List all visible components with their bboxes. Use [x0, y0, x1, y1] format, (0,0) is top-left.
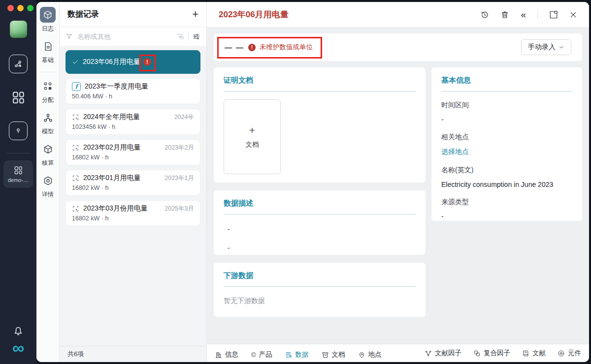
layers-icon [473, 350, 481, 357]
field-label: 来源类型 [441, 198, 572, 207]
check-icon [72, 59, 79, 65]
search-input[interactable] [76, 32, 173, 41]
detail-content: — — ! 未维护数值或单位 手动录入 [207, 28, 589, 344]
tab-locations[interactable]: 地点 [358, 344, 382, 362]
documents-card: 证明文档 + 文档 [214, 67, 426, 182]
tab-info[interactable]: 信息 [215, 344, 238, 362]
tab-product[interactable]: © 产品 [251, 344, 272, 362]
plus-icon: + [249, 125, 255, 135]
branch-icon [425, 350, 432, 357]
tool-composite-factor[interactable]: 复合因子 [473, 349, 510, 358]
record-title: 2023年01月用电量 [83, 174, 141, 182]
book-icon [522, 350, 529, 357]
tool-label: 复合因子 [484, 349, 510, 358]
record-title: 2023年03月份用电量 [83, 204, 148, 213]
window-zoom-button[interactable] [27, 5, 33, 11]
share-network-icon[interactable] [9, 55, 28, 73]
warning-message: 未维护数值或单位 [260, 43, 313, 52]
record-warning-icon: ! [143, 58, 151, 66]
list-item-selected[interactable]: 2023年06月用电量 ! [66, 50, 200, 74]
record-value: 16802 kW · h [72, 154, 194, 161]
nav-rail: 日志 基础 分配 模型 核算 [36, 2, 60, 362]
close-panel-button[interactable] [569, 11, 577, 19]
list-item[interactable]: 2023年02月用电量 2023年2月 16802 kW · h [66, 139, 200, 165]
workspace-avatar[interactable] [10, 21, 27, 38]
record-value: 16802 kW · h [72, 184, 194, 191]
data-records-panel: 数据记录 + 2023年06月用电量 ! [60, 2, 207, 362]
rail-divider [40, 72, 55, 72]
window-close-button[interactable] [7, 5, 14, 11]
warning-exclamation-icon: ! [248, 44, 256, 51]
rail-item-accounting[interactable]: 核算 [40, 141, 56, 167]
select-location-link[interactable]: 选择地点 [441, 148, 572, 156]
delete-button[interactable] [500, 10, 509, 19]
list-item[interactable]: 2024年全年用电量 2024年 1023456 kW · h [66, 109, 200, 135]
hexagon-detail-icon [40, 173, 56, 188]
scan-target-icon [72, 144, 79, 152]
rail-label: 日志 [42, 25, 54, 33]
open-in-new-window-button[interactable] [549, 10, 558, 19]
field-value: - [441, 212, 572, 220]
rail-item-allocation[interactable]: 分配 [40, 78, 56, 104]
documents-card-title: 证明文档 [224, 76, 416, 91]
detail-header: 2023年06月用电量 « [207, 2, 589, 28]
infinity-logo[interactable]: ∞ [12, 339, 24, 356]
rail-item-model[interactable]: 模型 [40, 110, 56, 136]
list-panel-title: 数据记录 [67, 9, 99, 20]
manual-entry-label: 手动录入 [528, 43, 556, 52]
record-value: 1023456 kW · h [72, 123, 194, 130]
description-line: - [224, 244, 416, 252]
apps-grid-icon[interactable] [11, 90, 26, 105]
app-window: 日志 基础 分配 模型 核算 [36, 2, 589, 362]
page-title: 2023年06月用电量 [219, 9, 289, 20]
record-value: 50.406 MW · h [72, 93, 194, 100]
tab-data[interactable]: 数据 [285, 344, 309, 362]
tool-literature[interactable]: 文献 [522, 349, 546, 358]
collapse-panel-button[interactable]: « [521, 10, 526, 19]
search-row [60, 27, 206, 46]
filter-settings-icon[interactable] [192, 32, 200, 41]
sidebar-divider [7, 153, 30, 153]
tab-label: 数据 [296, 350, 309, 359]
sidebar-item-workspace-demo[interactable]: demo-… [3, 160, 33, 188]
value-warning-card: — — ! 未维护数值或单位 手动录入 [214, 33, 582, 61]
tool-elements[interactable]: 元件 [558, 349, 581, 358]
cube-icon [40, 7, 56, 23]
record-value: 16802 kW · h [72, 215, 194, 222]
detail-toolbar: « [480, 10, 577, 19]
filter-reset-icon[interactable] [176, 32, 185, 41]
rail-label: 分配 [42, 96, 54, 104]
rail-item-logs[interactable]: 日志 [40, 7, 56, 33]
scan-target-icon [72, 175, 79, 182]
record-period: 2024年 [174, 113, 194, 121]
rail-item-details[interactable]: 详情 [40, 173, 56, 199]
window-controls [7, 5, 33, 11]
record-period: 2025年3月 [164, 205, 194, 213]
notifications-bell-icon[interactable] [12, 325, 24, 336]
toolbar-divider [537, 10, 538, 19]
rail-label: 基础 [42, 56, 54, 64]
workspace-label: demo-… [8, 177, 29, 183]
tab-label: 地点 [368, 350, 382, 359]
history-button[interactable] [480, 10, 489, 19]
tab-documents[interactable]: 文档 [322, 344, 345, 362]
field-label: 时间区间 [441, 101, 572, 110]
tool-label: 文献 [532, 349, 546, 358]
tool-literature-factor[interactable]: 文献因子 [425, 349, 461, 358]
app-sidebar: demo-… ∞ [0, 0, 36, 364]
manual-entry-dropdown[interactable]: 手动录入 [521, 39, 571, 55]
field-value: - [441, 116, 572, 123]
circle-m-icon [558, 350, 565, 357]
description-line: - [224, 225, 416, 233]
lock-icon[interactable] [9, 121, 28, 140]
record-title: 2023年一季度用电量 [85, 82, 148, 91]
add-record-button[interactable]: + [192, 9, 198, 20]
list-item[interactable]: 2023年03月份用电量 2025年3月 16802 kW · h [66, 200, 200, 226]
window-minimize-button[interactable] [17, 5, 24, 11]
list-item[interactable]: 2023年01月用电量 2023年1月 16802 kW · h [66, 170, 200, 196]
rail-item-basic[interactable]: 基础 [40, 38, 56, 64]
tab-label: 产品 [259, 350, 272, 359]
upload-document-button[interactable]: + 文档 [224, 99, 281, 174]
list-item[interactable]: f 2023年一季度用电量 50.406 MW · h [66, 78, 200, 104]
downstream-empty-text: 暂无下游数据 [224, 297, 416, 305]
